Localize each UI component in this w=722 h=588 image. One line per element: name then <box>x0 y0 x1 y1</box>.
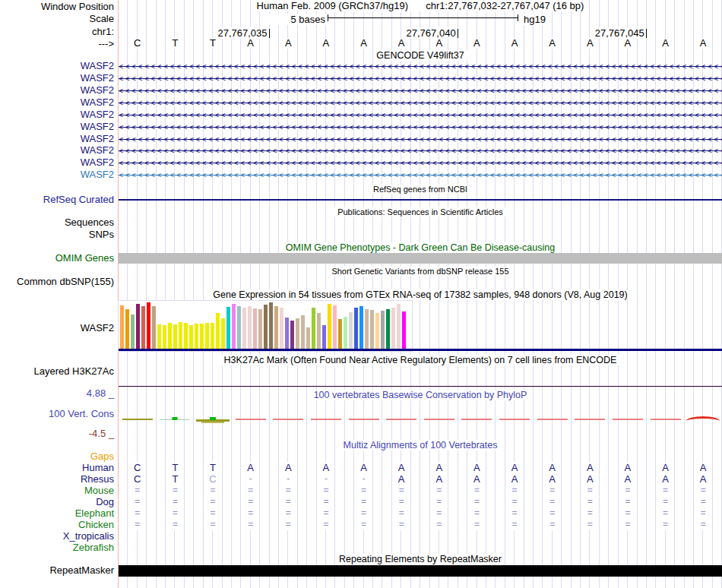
gtex-tissue-bar[interactable] <box>365 309 369 349</box>
gtex-tissue-bar[interactable] <box>152 306 156 349</box>
track-label-wasf2[interactable]: WASF2 <box>0 97 114 108</box>
multiz-species-label-elephant[interactable]: Elephant <box>0 508 114 519</box>
track-label-wasf2[interactable]: WASF2 <box>0 85 114 96</box>
gtex-tissue-bar[interactable] <box>280 308 283 349</box>
gtex-tissue-bar[interactable] <box>216 313 220 349</box>
gtex-tissue-bar[interactable] <box>322 325 326 349</box>
gencode-gene-row[interactable]: <<<<<<<<<<<<<<<<<<<<<<<<<<<<<<<<<<<<<<<<… <box>119 99 722 107</box>
gtex-tissue-bar[interactable] <box>221 318 225 349</box>
gtex-tissue-bar[interactable] <box>274 306 278 349</box>
repeatmasker-element-bar[interactable] <box>119 565 722 577</box>
gtex-tissue-bar[interactable] <box>120 305 124 349</box>
gencode-gene-row[interactable]: <<<<<<<<<<<<<<<<<<<<<<<<<<<<<<<<<<<<<<<<… <box>119 159 722 167</box>
track-label-wasf2[interactable]: WASF2 <box>0 109 114 120</box>
track-label-gtex-wasf2[interactable]: WASF2 <box>0 323 114 334</box>
gencode-gene-row[interactable]: <<<<<<<<<<<<<<<<<<<<<<<<<<<<<<<<<<<<<<<<… <box>119 171 722 179</box>
multiz-cell: = <box>661 507 670 519</box>
gencode-gene-row[interactable]: <<<<<<<<<<<<<<<<<<<<<<<<<<<<<<<<<<<<<<<<… <box>119 111 722 119</box>
gtex-tissue-bar[interactable] <box>375 313 379 349</box>
gtex-tissue-bar[interactable] <box>402 311 406 349</box>
gtex-tissue-bar[interactable] <box>269 302 273 349</box>
gtex-tissue-bar[interactable] <box>184 323 188 349</box>
gtex-tissue-bar[interactable] <box>391 308 395 349</box>
gtex-tissue-bar[interactable] <box>333 305 337 349</box>
gtex-tissue-bar[interactable] <box>253 308 257 349</box>
gtex-tissue-bar[interactable] <box>317 313 321 349</box>
gtex-tissue-bar[interactable] <box>237 306 241 349</box>
gtex-tissue-bar[interactable] <box>189 325 193 349</box>
gtex-tissue-bar[interactable] <box>296 318 299 349</box>
track-label-omim-genes[interactable]: OMIM Genes <box>0 253 114 264</box>
gtex-tissue-bar[interactable] <box>306 327 310 349</box>
gtex-tissue-bar[interactable] <box>179 322 182 349</box>
gtex-tissue-bar[interactable] <box>173 324 177 349</box>
track-label-wasf2[interactable]: WASF2 <box>0 134 114 144</box>
gencode-gene-row[interactable]: <<<<<<<<<<<<<<<<<<<<<<<<<<<<<<<<<<<<<<<<… <box>119 87 722 95</box>
gtex-tissue-bar[interactable] <box>136 304 140 349</box>
multiz-cell: A <box>547 462 557 473</box>
track-label-sequences[interactable]: Sequences <box>0 217 114 228</box>
refseq-curated-gene-line[interactable] <box>119 199 722 201</box>
track-label-100-vert-cons[interactable]: 100 Vert. Cons <box>0 409 114 419</box>
gtex-tissue-bar[interactable] <box>168 323 172 349</box>
gencode-gene-row[interactable]: <<<<<<<<<<<<<<<<<<<<<<<<<<<<<<<<<<<<<<<<… <box>119 147 722 155</box>
track-label-common-dbsnp[interactable]: Common dbSNP(155) <box>0 277 114 287</box>
gtex-tissue-bar[interactable] <box>141 306 145 349</box>
gtex-tissue-bar[interactable] <box>397 304 401 349</box>
track-label-wasf2[interactable]: WASF2 <box>0 73 114 84</box>
gtex-tissue-bar[interactable] <box>226 307 230 349</box>
gtex-tissue-bar[interactable] <box>312 308 315 349</box>
multiz-cell: = <box>623 496 632 507</box>
track-label-repeatmasker[interactable]: RepeatMasker <box>0 565 114 576</box>
gtex-tissue-bar[interactable] <box>359 306 363 349</box>
gtex-tissue-bar[interactable] <box>147 302 150 349</box>
gencode-gene-row[interactable]: <<<<<<<<<<<<<<<<<<<<<<<<<<<<<<<<<<<<<<<<… <box>119 123 722 131</box>
gencode-gene-row[interactable]: <<<<<<<<<<<<<<<<<<<<<<<<<<<<<<<<<<<<<<<<… <box>119 74 722 83</box>
gtex-tissue-bar[interactable] <box>328 304 331 349</box>
track-label-wasf2[interactable]: WASF2 <box>0 157 114 168</box>
gtex-tissue-bar[interactable] <box>258 309 262 349</box>
gtex-tissue-bar[interactable] <box>264 305 268 349</box>
track-label-wasf2[interactable]: WASF2 <box>0 169 114 180</box>
gtex-expression-plot[interactable] <box>118 300 413 352</box>
track-label-layered-h3k27ac[interactable]: Layered H3K27Ac <box>0 366 114 377</box>
gtex-tissue-bar[interactable] <box>338 319 342 349</box>
gtex-tissue-bar[interactable] <box>370 310 374 349</box>
multiz-species-label-human[interactable]: Human <box>0 463 114 473</box>
gtex-tissue-bar[interactable] <box>386 309 390 349</box>
track-label-refseq-curated[interactable]: RefSeq Curated <box>0 194 114 205</box>
gtex-tissue-bar[interactable] <box>290 321 294 349</box>
gtex-tissue-bar[interactable] <box>344 317 347 349</box>
gtex-tissue-bar[interactable] <box>211 323 214 349</box>
h3k27ac-track-line[interactable] <box>119 386 722 387</box>
gtex-tissue-bar[interactable] <box>285 318 289 349</box>
gtex-tissue-bar[interactable] <box>354 308 358 349</box>
track-label-wasf2[interactable]: WASF2 <box>0 61 114 71</box>
gtex-tissue-bar[interactable] <box>349 312 353 349</box>
gtex-tissue-bar[interactable] <box>248 306 252 349</box>
gtex-tissue-bar[interactable] <box>242 308 246 349</box>
gtex-tissue-bar[interactable] <box>195 324 198 349</box>
gtex-tissue-bar[interactable] <box>125 309 129 349</box>
gtex-tissue-bar[interactable] <box>131 315 135 349</box>
gtex-tissue-bar[interactable] <box>163 325 166 349</box>
gtex-tissue-bar[interactable] <box>381 311 385 349</box>
gtex-tissue-bar[interactable] <box>157 324 161 349</box>
gtex-tissue-bar[interactable] <box>232 304 236 349</box>
gencode-gene-row[interactable]: <<<<<<<<<<<<<<<<<<<<<<<<<<<<<<<<<<<<<<<<… <box>119 62 722 71</box>
multiz-species-label-x_tropicalis[interactable]: X_tropicalis <box>0 531 114 542</box>
omim-gene-bar[interactable] <box>119 253 722 264</box>
gencode-gene-row[interactable]: <<<<<<<<<<<<<<<<<<<<<<<<<<<<<<<<<<<<<<<<… <box>119 135 722 144</box>
multiz-species-label-rhesus[interactable]: Rhesus <box>0 474 114 485</box>
track-label-snps[interactable]: SNPs <box>0 229 114 240</box>
gtex-tissue-bar[interactable] <box>205 323 209 349</box>
gtex-tissue-bar[interactable] <box>301 315 305 349</box>
multiz-species-label-dog[interactable]: Dog <box>0 497 114 507</box>
gtex-tissue-bar[interactable] <box>200 324 204 349</box>
multiz-species-label-mouse[interactable]: Mouse <box>0 485 114 496</box>
track-label-wasf2[interactable]: WASF2 <box>0 122 114 132</box>
multiz-species-label-gaps[interactable]: Gaps <box>0 451 114 462</box>
multiz-species-label-zebrafish[interactable]: Zebrafish <box>0 542 114 553</box>
track-label-wasf2[interactable]: WASF2 <box>0 145 114 156</box>
multiz-species-label-chicken[interactable]: Chicken <box>0 520 114 530</box>
